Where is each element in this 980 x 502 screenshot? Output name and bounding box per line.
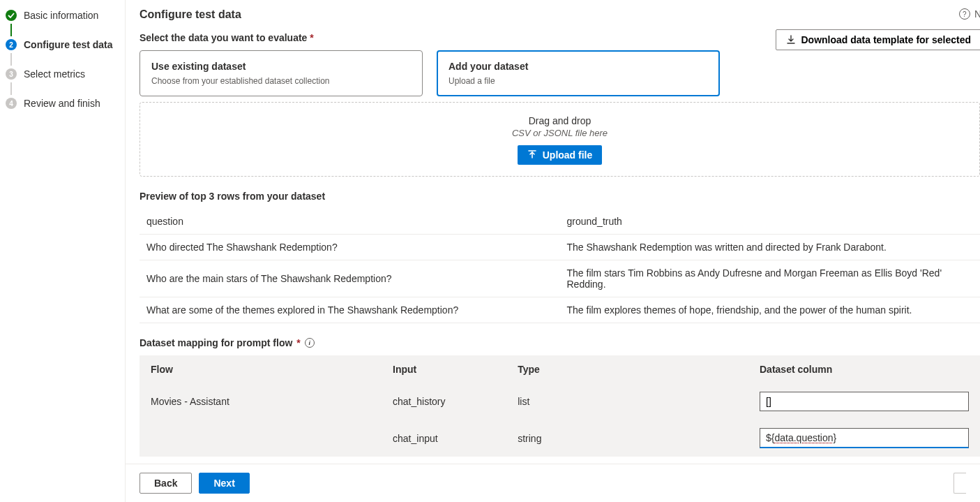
upload-icon: [527, 150, 537, 160]
mapping-col-type: Type: [506, 355, 748, 383]
cell-dataset-column: ${data.question}: [748, 420, 980, 457]
help-link[interactable]: ? N: [959, 8, 980, 20]
step-select-metrics[interactable]: 3 Select metrics: [0, 66, 125, 82]
wizard-steps-sidebar: Basic information 2 Configure test data …: [0, 0, 126, 502]
preview-col-question: question: [140, 209, 560, 235]
cell-input: chat_history: [382, 383, 506, 420]
card-add-your-dataset[interactable]: Add your dataset Upload a file: [437, 50, 720, 96]
file-dropzone[interactable]: Drag and drop CSV or JSONL file here Upl…: [140, 102, 980, 177]
step-number-icon: 2: [6, 39, 17, 50]
card-use-existing-dataset[interactable]: Use existing dataset Choose from your es…: [140, 50, 423, 96]
download-template-label: Download data template for selected: [801, 34, 972, 45]
dropzone-subtitle: CSV or JSONL file here: [140, 128, 979, 138]
step-number-icon: 4: [6, 98, 17, 109]
card-subtitle: Choose from your established dataset col…: [151, 76, 411, 86]
step-number-icon: 3: [6, 68, 17, 80]
table-row: Who directed The Shawshank Redemption? T…: [140, 235, 980, 260]
step-label: Basic information: [24, 10, 98, 21]
download-template-button[interactable]: Download data template for selected: [776, 29, 981, 50]
page-title: Configure test data: [140, 8, 241, 21]
step-label: Select metrics: [24, 68, 85, 80]
cell-question: What are some of the themes explored in …: [140, 297, 560, 323]
info-icon[interactable]: i: [305, 338, 315, 348]
upload-file-label: Upload file: [543, 149, 593, 161]
dataset-mapping-table: Flow Input Type Dataset column Movies - …: [140, 355, 980, 457]
mapping-title: Dataset mapping for prompt flow * i: [140, 337, 980, 348]
cell-type: list: [506, 383, 748, 420]
table-row: Who are the main stars of The Shawshank …: [140, 260, 980, 297]
cell-question: Who directed The Shawshank Redemption?: [140, 235, 560, 260]
cell-ground-truth: The film explores themes of hope, friend…: [560, 297, 981, 323]
preview-title: Preview of top 3 rows from your dataset: [140, 191, 980, 202]
card-title: Add your dataset: [448, 61, 708, 72]
step-connector: [10, 82, 12, 95]
table-row: Movies - Assistant chat_history list: [140, 383, 980, 420]
help-text: N: [974, 8, 980, 20]
step-label: Configure test data: [24, 39, 113, 50]
download-icon: [786, 35, 796, 45]
cell-type: string: [506, 420, 748, 457]
step-configure-test-data[interactable]: 2 Configure test data: [0, 36, 125, 53]
next-button[interactable]: Next: [199, 473, 249, 494]
mapping-col-input: Input: [382, 355, 506, 383]
cell-flow: Movies - Assistant: [140, 383, 382, 420]
help-icon: ?: [959, 8, 970, 20]
cell-flow: [140, 420, 382, 457]
mapping-col-flow: Flow: [140, 355, 382, 383]
check-icon: [6, 10, 17, 21]
dataset-column-input[interactable]: ${data.question}: [760, 428, 969, 448]
step-connector: [10, 53, 12, 66]
card-subtitle: Upload a file: [448, 76, 708, 86]
table-row: What are some of the themes explored in …: [140, 297, 980, 323]
cell-question: Who are the main stars of The Shawshank …: [140, 260, 560, 297]
step-review-and-finish[interactable]: 4 Review and finish: [0, 95, 125, 112]
mapping-col-dataset-column: Dataset column: [748, 355, 980, 383]
cell-dataset-column: [748, 383, 980, 420]
upload-file-button[interactable]: Upload file: [518, 145, 603, 165]
preview-col-ground-truth: ground_truth: [560, 209, 981, 235]
back-button[interactable]: Back: [140, 473, 192, 494]
footer-partial-button[interactable]: [953, 473, 966, 494]
step-label: Review and finish: [24, 98, 100, 109]
wizard-footer: Back Next: [126, 464, 980, 502]
dataset-preview-table: question ground_truth Who directed The S…: [140, 209, 980, 323]
table-row: chat_input string ${data.question}: [140, 420, 980, 457]
cell-ground-truth: The film stars Tim Robbins as Andy Dufre…: [560, 260, 981, 297]
dataset-column-input[interactable]: [760, 392, 969, 411]
cell-ground-truth: The Shawshank Redemption was written and…: [560, 235, 981, 260]
step-connector: [10, 24, 12, 36]
dropzone-title: Drag and drop: [140, 115, 979, 126]
card-title: Use existing dataset: [151, 61, 411, 72]
cell-input: chat_input: [382, 420, 506, 457]
step-basic-information[interactable]: Basic information: [0, 7, 125, 24]
